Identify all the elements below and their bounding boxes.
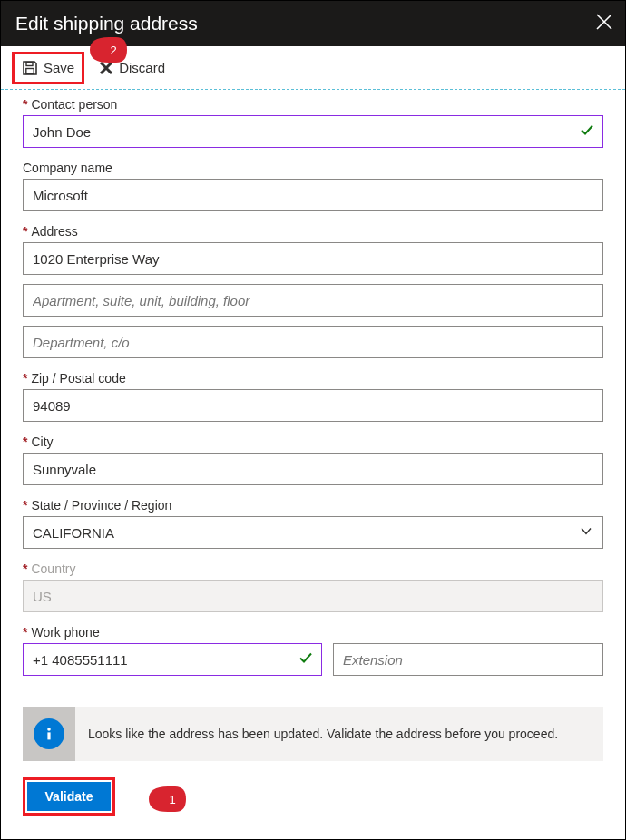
- validate-highlight: Validate: [23, 777, 115, 816]
- address-2-input[interactable]: [23, 284, 603, 317]
- info-message: Looks like the address has been updated.…: [75, 727, 571, 741]
- required-marker: *: [23, 435, 27, 449]
- svg-rect-3: [47, 732, 50, 739]
- state-select[interactable]: [23, 516, 603, 549]
- label-work-phone: * Work phone: [23, 625, 603, 640]
- label-state: * State / Province / Region: [23, 498, 603, 513]
- required-marker: *: [23, 562, 27, 576]
- save-button[interactable]: Save: [12, 52, 84, 84]
- callout-step-1: 1: [148, 785, 188, 816]
- svg-text:1: 1: [169, 793, 175, 806]
- label-zip: * Zip / Postal code: [23, 371, 603, 386]
- required-marker: *: [23, 224, 27, 239]
- save-icon: [22, 60, 38, 76]
- info-icon: [34, 718, 64, 749]
- work-phone-input[interactable]: [23, 643, 322, 676]
- address-input[interactable]: [23, 242, 603, 275]
- field-state: * State / Province / Region: [23, 498, 603, 549]
- dialog-title: Edit shipping address: [15, 13, 198, 34]
- label-address: * Address: [23, 224, 603, 239]
- extension-input[interactable]: [333, 643, 603, 676]
- field-contact-person: * Contact person: [23, 97, 603, 148]
- svg-text:2: 2: [110, 44, 116, 57]
- company-name-input[interactable]: [23, 179, 603, 211]
- field-company-name: Company name: [23, 161, 603, 211]
- svg-rect-1: [26, 68, 34, 73]
- zip-input[interactable]: [23, 389, 603, 422]
- svg-rect-0: [26, 62, 33, 65]
- info-icon-box: [23, 707, 75, 761]
- label-country: * Country: [23, 562, 603, 576]
- field-zip: * Zip / Postal code: [23, 371, 603, 422]
- form: * Contact person Company name * Address …: [1, 90, 625, 830]
- field-country: * Country: [23, 562, 603, 612]
- svg-point-2: [47, 728, 51, 731]
- save-button-label: Save: [44, 60, 74, 75]
- close-icon[interactable]: [596, 14, 612, 34]
- info-bar: Looks like the address has been updated.…: [23, 707, 603, 761]
- field-address: * Address: [23, 224, 603, 275]
- address-3-input[interactable]: [23, 326, 603, 358]
- required-marker: *: [23, 97, 27, 112]
- label-contact-person: * Contact person: [23, 97, 603, 112]
- validate-button[interactable]: Validate: [27, 782, 111, 811]
- field-city: * City: [23, 435, 603, 485]
- callout-step-2: 2: [89, 35, 129, 67]
- country-input: [23, 580, 603, 612]
- field-address-3: [23, 326, 603, 358]
- field-work-phone: * Work phone: [23, 625, 603, 676]
- required-marker: *: [23, 625, 27, 640]
- field-address-2: [23, 284, 603, 317]
- city-input[interactable]: [23, 453, 603, 485]
- required-marker: *: [23, 371, 27, 386]
- label-company-name: Company name: [23, 161, 603, 175]
- contact-person-input[interactable]: [23, 115, 603, 148]
- label-city: * City: [23, 435, 603, 449]
- required-marker: *: [23, 498, 27, 513]
